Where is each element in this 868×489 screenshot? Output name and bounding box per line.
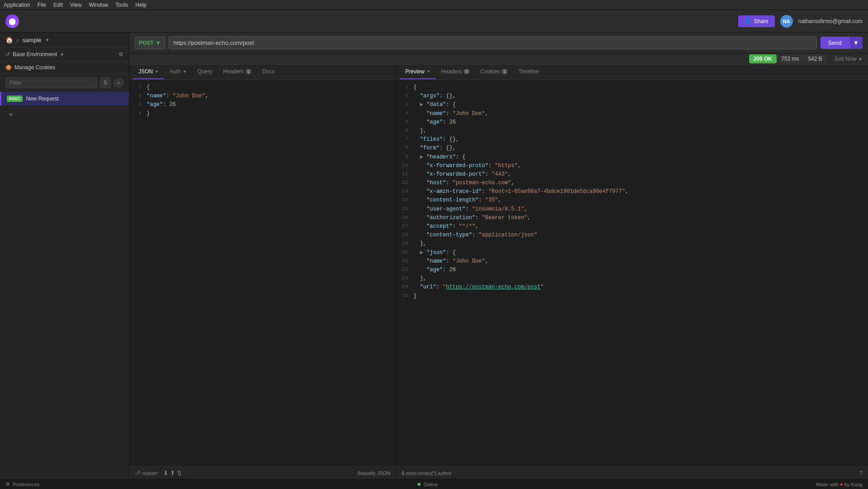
tab-auth[interactable]: Auth ▼ (164, 65, 192, 79)
git-branch: ⎇ master (135, 470, 158, 476)
code-line: 21 "name": "John Doe", (396, 257, 868, 266)
method-select[interactable]: POST ▼ (135, 37, 165, 49)
preferences-button[interactable]: ⚙ Preferences (5, 481, 39, 487)
code-line: 22 "age": 26 (396, 266, 868, 274)
tab-timeline[interactable]: Timeline (513, 65, 544, 79)
request-bar: POST ▼ Send ▼ (129, 33, 868, 53)
code-line: 4 } (129, 110, 396, 118)
code-line: 7 "files": {}, (396, 135, 868, 144)
heart-icon: ♥ (840, 482, 844, 487)
menu-tools[interactable]: Tools (115, 2, 128, 8)
workspace-chevron-icon[interactable]: ▼ (45, 38, 50, 43)
request-bottom-bar: ⎇ master ⬇ ⬆ ⇅ Beautify JSON (129, 466, 396, 479)
code-line: 2 "args": {}, (396, 92, 868, 101)
help-icon[interactable]: ? (859, 470, 863, 476)
request-tabs: JSON ▼ Auth ▼ Query Headers 1 (129, 65, 396, 80)
online-dot (417, 483, 421, 486)
url-input[interactable] (169, 36, 817, 49)
auth-tab-chevron: ▼ (183, 69, 187, 74)
preferences-label: Preferences (13, 482, 39, 487)
code-line: 17 "accept": "*/*", (396, 222, 868, 231)
git-upload-icon[interactable]: ⬆ (170, 470, 175, 476)
sidebar-actions: ↺ Base Environment ▼ ⚙ (0, 48, 129, 62)
branch-icon: ⎇ (135, 470, 141, 476)
code-line: 25} (396, 292, 868, 301)
code-line: 3 ▶ "data": { (396, 101, 868, 109)
menu-application[interactable]: Application (4, 2, 30, 8)
title-bar: ⬤ 👤 Share NA nathanssfirmo@gmail.com (0, 10, 868, 33)
menu-bar: Application File Edit View Window Tools … (0, 0, 868, 10)
filter-add-button[interactable]: + (114, 78, 123, 88)
tab-query[interactable]: Query (192, 65, 218, 79)
code-line: 13 "x-amzn-trace-id": "Root=1-65ae98a7-4… (396, 187, 868, 196)
sidebar-back-icon[interactable]: ‹ (17, 36, 19, 43)
tab-headers[interactable]: Headers 1 (218, 65, 256, 79)
beautify-label[interactable]: Beautify JSON (358, 470, 390, 476)
kong-credit: Made with ♥ by Kong (816, 482, 863, 487)
environment-section: ↺ Base Environment ▼ (5, 51, 115, 58)
tab-json[interactable]: JSON ▼ (133, 65, 164, 79)
list-item[interactable]: POST New Request (0, 92, 129, 105)
code-line: 8 "form": {}, (396, 144, 868, 153)
filter-sort-button[interactable]: ⇅ (100, 77, 111, 88)
timestamp-dropdown-icon[interactable]: ▼ (858, 57, 863, 62)
code-line: 1 { (129, 83, 396, 92)
json-tab-chevron: ▼ (155, 69, 159, 74)
sidebar-header: 🏠 ‹ sample ▼ (0, 33, 129, 48)
jsonpath-label[interactable]: $.store.books[*].author (402, 470, 854, 476)
git-download-icon[interactable]: ⬇ (163, 470, 168, 476)
code-line: 19 }, (396, 240, 868, 248)
gear-icon[interactable]: ⚙ (119, 51, 123, 58)
menu-file[interactable]: File (38, 2, 46, 8)
workspace-name[interactable]: sample (23, 37, 42, 43)
preview-tab-chevron: ▼ (427, 69, 431, 74)
response-headers-badge: 5 (464, 69, 470, 74)
code-line: 10 "x-forwarded-proto": "https", (396, 162, 868, 170)
user-avatar: NA (780, 15, 793, 28)
menu-window[interactable]: Window (89, 2, 109, 8)
code-line: 2 "name": "John Doe", (129, 92, 396, 101)
env-label[interactable]: Base Environment (13, 51, 57, 58)
manage-cookies-label[interactable]: Manage Cookies (14, 64, 55, 71)
menu-help[interactable]: Help (135, 2, 147, 8)
split-panel: JSON ▼ Auth ▼ Query Headers 1 (129, 65, 868, 479)
headers-badge: 1 (246, 69, 251, 74)
share-button[interactable]: 👤 Share (738, 15, 775, 27)
request-panel: JSON ▼ Auth ▼ Query Headers 1 (129, 65, 396, 479)
send-dropdown-button[interactable]: ▼ (849, 37, 863, 49)
add-collection-button[interactable]: + (5, 109, 16, 120)
code-line: 14 "content-length": "35", (396, 196, 868, 205)
tab-cookies[interactable]: Cookies 1 (475, 65, 513, 79)
content-area: POST ▼ Send ▼ 200 OK 753 ms 542 B Just N… (129, 33, 868, 479)
response-panel: Preview ▼ Headers 5 Cookies 1 Timeline (396, 65, 868, 479)
code-line: 1{ (396, 83, 868, 92)
app-logo: ⬤ (5, 14, 19, 28)
made-with-label: Made with (816, 482, 839, 487)
response-code-editor: 1{ 2 "args": {}, 3 ▶ "data": { 4 "name":… (396, 80, 868, 466)
response-time: 753 ms (777, 54, 803, 63)
request-name: New Request (26, 96, 59, 102)
menu-edit[interactable]: Edit (53, 2, 63, 8)
method-label: POST (139, 40, 154, 46)
tab-response-headers[interactable]: Headers 5 (436, 65, 475, 79)
code-line: 18 "content-type": "application/json" (396, 231, 868, 240)
code-line: 12 "host": "postman-echo.com", (396, 179, 868, 187)
filter-input[interactable] (5, 77, 97, 88)
response-size: 542 B (803, 54, 826, 63)
code-line: 16 "authorization": "Bearer token", (396, 214, 868, 222)
send-button-group: Send ▼ (821, 37, 863, 49)
git-sync-icon[interactable]: ⇅ (177, 470, 182, 476)
menu-view[interactable]: View (70, 2, 82, 8)
tab-docs[interactable]: Docs (257, 65, 280, 79)
request-code-editor[interactable]: 1 { 2 "name": "John Doe", 3 "age": 26 4 … (129, 80, 396, 466)
code-line: 3 "age": 26 (129, 101, 396, 109)
response-tabs: Preview ▼ Headers 5 Cookies 1 Timeline (396, 65, 868, 80)
send-button[interactable]: Send (821, 37, 849, 49)
tab-preview[interactable]: Preview ▼ (400, 65, 436, 79)
env-dropdown-icon[interactable]: ▼ (60, 52, 64, 57)
cookies-row[interactable]: 🍪 Manage Cookies (0, 62, 129, 74)
preferences-icon: ⚙ (5, 481, 10, 487)
code-line: 15 "user-agent": "insomnia/8.5.1", (396, 205, 868, 214)
cookies-badge: 1 (502, 69, 508, 74)
sidebar-home-icon[interactable]: 🏠 (5, 36, 13, 43)
